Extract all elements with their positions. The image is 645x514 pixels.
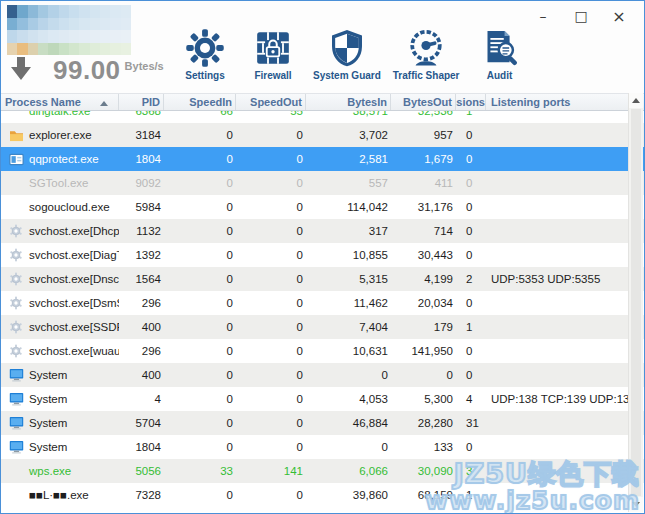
- bytesout-cell: 714: [391, 225, 456, 237]
- bytesin-cell: 0: [306, 441, 391, 453]
- scroll-down-button[interactable]: [629, 497, 643, 512]
- table-row[interactable]: ■■L·■■.exe73280039,86068,1591: [1, 483, 644, 507]
- mosaic-cell: [90, 43, 100, 56]
- vertical-scrollbar[interactable]: [628, 93, 643, 512]
- speedout-cell: 0: [236, 273, 306, 285]
- pid-cell: 1392: [119, 249, 164, 261]
- gear-icon: [9, 296, 29, 310]
- sessions-cell: 0: [456, 441, 486, 453]
- column-header-speedin[interactable]: SpeedIn: [164, 94, 236, 110]
- speedin-cell: 0: [164, 177, 236, 189]
- speedout-cell: 0: [236, 393, 306, 405]
- mosaic-cell: [48, 5, 58, 18]
- speedout-cell: 0: [236, 297, 306, 309]
- monitor-icon: [9, 392, 29, 406]
- close-button[interactable]: ×: [600, 4, 638, 28]
- table-row[interactable]: svchost.exe[SSDPSRV]400007,4041791: [1, 315, 644, 339]
- column-header-listening-ports[interactable]: Listening ports: [486, 94, 644, 110]
- column-header-bytesin[interactable]: BytesIn: [306, 94, 391, 110]
- speed-value: 99.00: [53, 57, 121, 83]
- process-name-cell: svchost.exe[Dnscache]: [1, 272, 119, 286]
- mosaic-cell: [48, 18, 58, 31]
- folder-icon: [9, 129, 29, 142]
- table-row[interactable]: System57040046,88428,28031: [1, 411, 644, 435]
- table-row[interactable]: svchost.exe[wuauserv]2960010,631141,9500: [1, 339, 644, 363]
- speedin-cell: 0: [164, 273, 236, 285]
- mosaic-cell: [7, 18, 17, 31]
- column-header-process-name[interactable]: Process Name: [1, 94, 119, 110]
- bytesin-cell: 39,860: [306, 489, 391, 501]
- table-row[interactable]: qqprotect.exe1804002,5811,6790: [1, 147, 644, 171]
- table-row[interactable]: svchost.exe[Dhcp]1132003177140: [1, 219, 644, 243]
- bytesout-cell: 957: [391, 129, 456, 141]
- mosaic-cell: [121, 43, 131, 56]
- pid-cell: 400: [119, 321, 164, 333]
- pid-cell: 296: [119, 297, 164, 309]
- mosaic-cell: [110, 5, 120, 18]
- scroll-up-button[interactable]: [629, 93, 643, 108]
- column-header-pid[interactable]: PID: [119, 94, 164, 110]
- bytesout-cell: 0: [391, 369, 456, 381]
- sessions-cell: 2: [456, 273, 486, 285]
- column-header-sessions[interactable]: Sessions: [456, 94, 486, 110]
- system-guard-button[interactable]: System Guard: [313, 27, 381, 81]
- process-name-cell: explorer.exe: [1, 129, 119, 142]
- mosaic-cell: [110, 30, 120, 43]
- process-name-cell: svchost.exe[wuauserv]: [1, 344, 119, 358]
- column-header-speedout[interactable]: SpeedOut: [236, 94, 306, 110]
- bytesout-cell: 179: [391, 321, 456, 333]
- speedin-cell: 0: [164, 393, 236, 405]
- mosaic-cell: [100, 30, 110, 43]
- maximize-button[interactable]: □: [562, 4, 600, 28]
- bytesout-cell: 133: [391, 441, 456, 453]
- sessions-cell: 31: [456, 417, 486, 429]
- mosaic-cell: [38, 43, 48, 56]
- audit-button[interactable]: Audit: [472, 27, 528, 81]
- table-row[interactable]: svchost.exe[DsmSvc]2960011,46220,0340: [1, 291, 644, 315]
- table-row[interactable]: sogoucloud.exe598400114,04231,1760: [1, 195, 644, 219]
- pid-cell: 1564: [119, 273, 164, 285]
- table-row[interactable]: System18040001330: [1, 435, 644, 459]
- speedin-cell: 33: [164, 465, 236, 477]
- app-window: – □ × 99.00 Bytes/s Settings Firewall S: [0, 0, 645, 514]
- gear-icon: [9, 272, 29, 286]
- bytesout-cell: 411: [391, 177, 456, 189]
- minimize-button[interactable]: –: [524, 4, 562, 28]
- table-row[interactable]: explorer.exe3184003,7029570: [1, 123, 644, 147]
- mosaic-cell: [121, 5, 131, 18]
- mosaic-cell: [69, 18, 79, 31]
- monitor-icon: [9, 440, 29, 454]
- table-body: dingtalk.exe6368665538,57132,5361explore…: [1, 111, 644, 513]
- mosaic-cell: [28, 43, 38, 56]
- process-name-cell: svchost.exe[DsmSvc]: [1, 296, 119, 310]
- mosaic-cell: [79, 5, 89, 18]
- table-row[interactable]: wps.exe5056331416,06630,0903: [1, 459, 644, 483]
- firewall-button[interactable]: Firewall: [245, 27, 301, 81]
- pid-cell: 5984: [119, 201, 164, 213]
- bytesin-cell: 557: [306, 177, 391, 189]
- table-row[interactable]: SGTool.exe9092005574110: [1, 171, 644, 195]
- traffic-shaper-button[interactable]: Traffic Shaper: [393, 27, 460, 81]
- table-header: Process Name PID SpeedIn SpeedOut BytesI…: [1, 93, 644, 111]
- mosaic-cell: [100, 18, 110, 31]
- table-row[interactable]: svchost.exe[DiagTra...13920010,85530,443…: [1, 243, 644, 267]
- speedout-cell: 0: [236, 201, 306, 213]
- table-row[interactable]: dingtalk.exe6368665538,57132,5361: [1, 111, 644, 123]
- sessions-cell: 0: [456, 177, 486, 189]
- download-arrow-icon: [11, 57, 31, 84]
- table-row[interactable]: System4004,0535,3004UDP:138 TCP:139 UDP:…: [1, 387, 644, 411]
- mosaic-cell: [28, 18, 38, 31]
- speedin-cell: 0: [164, 249, 236, 261]
- scrollbar-thumb[interactable]: [631, 109, 641, 496]
- process-name-cell: sogoucloud.exe: [1, 201, 119, 213]
- speedout-cell: 0: [236, 441, 306, 453]
- column-header-bytesout[interactable]: BytesOut: [391, 94, 456, 110]
- mosaic-cell: [28, 30, 38, 43]
- mosaic-cell: [100, 5, 110, 18]
- process-name-cell: svchost.exe[Dhcp]: [1, 224, 119, 238]
- table-row[interactable]: System40000000: [1, 363, 644, 387]
- table-row[interactable]: svchost.exe[Dnscache]1564005,3154,1992UD…: [1, 267, 644, 291]
- settings-button[interactable]: Settings: [177, 27, 233, 81]
- speedout-cell: 0: [236, 345, 306, 357]
- process-name-cell: SGTool.exe: [1, 177, 119, 189]
